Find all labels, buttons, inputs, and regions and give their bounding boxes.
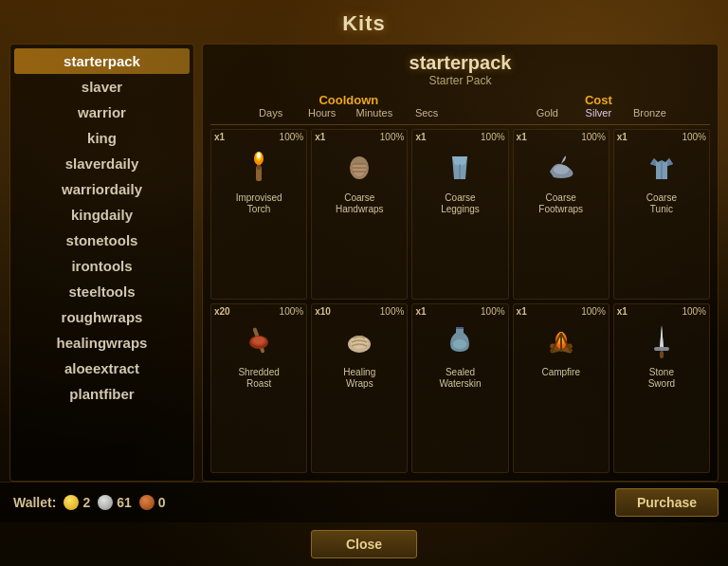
item-footwraps: x1 100% CoarseFootwraps	[513, 129, 610, 300]
item-sword-pct: 100%	[682, 306, 706, 317]
item-healwraps-name: HealingWraps	[343, 367, 375, 390]
silver-coin: 61	[98, 495, 132, 510]
sidebar-item-king[interactable]: king	[10, 125, 193, 151]
sidebar-item-steeltools[interactable]: steeltools	[10, 279, 193, 304]
sidebar-item-slaverdaily[interactable]: slaverdaily	[10, 151, 193, 176]
cost-cols: Gold Silver Bronze	[530, 107, 666, 119]
item-tunic-badge: x1	[617, 132, 628, 142]
silver-coin-icon	[98, 495, 113, 510]
bronze-coin: 0	[139, 495, 166, 510]
item-roast-name: ShreddedRoast	[238, 367, 279, 390]
sidebar-item-aloeextract[interactable]: aloeextract	[10, 356, 193, 381]
bronze-coin-icon	[139, 495, 155, 510]
right-panel: starterpack Starter Pack Cooldown Days H…	[202, 44, 719, 482]
svg-point-4	[257, 153, 261, 158]
svg-rect-32	[660, 351, 664, 358]
gold-label: Gold	[530, 107, 564, 119]
item-campfire-name: Campfire	[541, 367, 580, 378]
pack-subtitle: Starter Pack	[210, 74, 710, 87]
cooldown-section: Cooldown Days Hours Minutes Secs	[254, 93, 445, 119]
bronze-amount: 0	[158, 495, 166, 510]
secs-label: Secs	[410, 107, 444, 119]
sidebar-item-healingwraps[interactable]: healingwraps	[10, 330, 193, 356]
sword-icon	[637, 316, 686, 365]
sidebar-item-warriordaily[interactable]: warriordaily	[10, 176, 193, 202]
sidebar-item-stonetools[interactable]: stonetools	[10, 228, 193, 253]
hours-label: Hours	[305, 107, 339, 119]
item-handwraps: x1 100% CoarseHandwraps	[311, 129, 408, 300]
svg-marker-30	[660, 325, 664, 348]
svg-rect-31	[654, 347, 669, 351]
bronze-label: Bronze	[632, 107, 666, 119]
sidebar-item-slaver[interactable]: slaver	[10, 74, 193, 100]
gold-coin: 2	[64, 495, 90, 510]
item-sword: x1 100% StoneSword	[613, 303, 710, 474]
item-tunic: x1 100% CoarseTunic	[613, 129, 710, 300]
item-sword-badge: x1	[617, 306, 628, 317]
item-leggings: x1 100% CoarseLeggings	[411, 129, 508, 300]
item-healwraps-pct: 100%	[380, 306, 405, 317]
item-handwraps-pct: 100%	[380, 132, 405, 142]
gold-amount: 2	[82, 495, 90, 510]
item-footwraps-pct: 100%	[581, 132, 606, 142]
days-label: Days	[254, 107, 288, 119]
campfire-icon	[537, 316, 586, 365]
minutes-label: Minutes	[356, 107, 393, 119]
item-roast-badge: x20	[214, 306, 230, 317]
item-waterskin-pct: 100%	[481, 306, 505, 317]
meta-header: Cooldown Days Hours Minutes Secs Cost Go…	[210, 93, 710, 119]
header: Kits	[0, 0, 728, 44]
page-title: Kits	[342, 11, 386, 35]
item-healwraps: x10 100% HealingWraps	[311, 303, 408, 474]
waterskin-icon	[435, 316, 484, 365]
silver-amount: 61	[117, 495, 132, 510]
pack-title: starterpack	[210, 52, 710, 74]
item-footwraps-badge: x1	[517, 132, 527, 142]
cost-section: Cost Gold Silver Bronze	[530, 93, 666, 119]
svg-point-17	[253, 337, 264, 344]
close-button[interactable]: Close	[311, 530, 417, 558]
item-leggings-pct: 100%	[481, 132, 505, 142]
item-campfire-pct: 100%	[581, 306, 606, 317]
item-roast-pct: 100%	[280, 306, 304, 317]
silver-label: Silver	[581, 107, 615, 119]
wallet-area: Wallet: 2 61 0	[13, 495, 166, 510]
sidebar-item-roughwraps[interactable]: roughwraps	[10, 304, 193, 330]
item-waterskin-name: SealedWaterskin	[439, 367, 481, 390]
divider	[210, 124, 710, 125]
item-handwraps-badge: x1	[315, 132, 325, 142]
content-area: starterpackslaverwarriorkingslaverdailyw…	[0, 44, 728, 482]
sidebar: starterpackslaverwarriorkingslaverdailyw…	[9, 44, 194, 482]
item-torch-pct: 100%	[280, 132, 304, 142]
wallet-label: Wallet:	[13, 495, 56, 510]
item-sword-name: StoneSword	[648, 367, 675, 390]
item-waterskin: x1 100% SealedWaterskin	[411, 303, 508, 474]
item-torch-name: ImprovisedTorch	[236, 192, 282, 215]
item-torch-badge: x1	[214, 132, 225, 142]
item-campfire-badge: x1	[517, 306, 527, 317]
sidebar-item-starterpack[interactable]: starterpack	[14, 48, 190, 74]
healwraps-icon	[335, 316, 384, 365]
handwraps-icon	[335, 141, 384, 191]
purchase-button[interactable]: Purchase	[615, 488, 719, 517]
torch-icon	[234, 141, 283, 191]
svg-point-12	[554, 165, 569, 174]
close-row: Close	[0, 522, 728, 566]
item-roast: x20 100% ShreddedRoast	[210, 303, 307, 474]
tunic-icon	[637, 141, 686, 191]
svg-rect-7	[354, 158, 365, 164]
footer: Wallet: 2 61 0 Purchase	[0, 482, 728, 522]
item-tunic-name: CoarseTunic	[646, 192, 677, 215]
item-waterskin-badge: x1	[415, 306, 426, 317]
item-tunic-pct: 100%	[682, 132, 706, 142]
leggings-icon	[435, 141, 484, 191]
sidebar-item-plantfiber[interactable]: plantfiber	[10, 381, 193, 407]
item-leggings-name: CoarseLeggings	[441, 192, 480, 215]
item-torch: x1 100% ImprovisedTorch	[210, 129, 307, 300]
sidebar-item-warrior[interactable]: warrior	[10, 100, 193, 125]
roast-icon	[234, 316, 283, 365]
item-healwraps-badge: x10	[315, 306, 331, 317]
sidebar-item-irontools[interactable]: irontools	[10, 253, 193, 279]
sidebar-item-kingdaily[interactable]: kingdaily	[10, 202, 193, 228]
cost-label: Cost	[585, 93, 612, 107]
